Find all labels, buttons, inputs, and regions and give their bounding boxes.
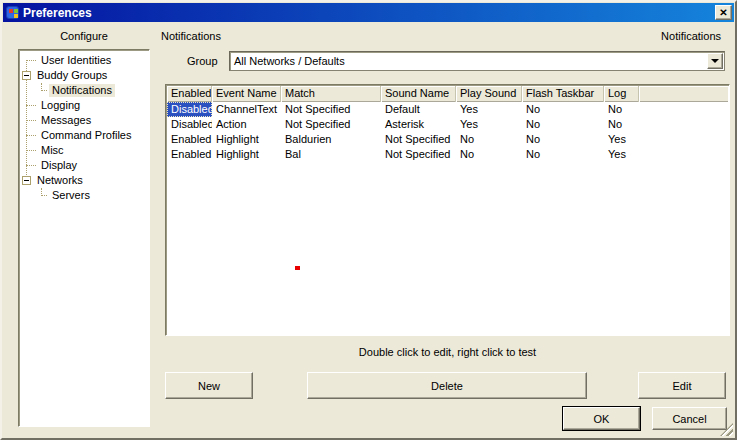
tree-branch-line bbox=[38, 188, 47, 203]
notifications-table: EnabledEvent NameMatchSound NamePlay Sou… bbox=[165, 84, 730, 336]
column-header-flash-taskbar[interactable]: Flash Taskbar bbox=[522, 86, 604, 102]
notifications-heading-right: Notifications bbox=[661, 30, 721, 42]
minus-glyph bbox=[24, 75, 29, 76]
table-cell[interactable]: No bbox=[522, 102, 604, 117]
tree-branch-line bbox=[26, 135, 36, 136]
red-marker bbox=[295, 266, 300, 270]
cancel-button[interactable]: Cancel bbox=[652, 407, 727, 430]
tree-item-label: Messages bbox=[38, 114, 94, 127]
tree-item-logging[interactable]: Logging bbox=[19, 98, 149, 113]
table-cell[interactable]: Enabled bbox=[167, 147, 212, 162]
new-button[interactable]: New bbox=[165, 372, 253, 399]
group-dropdown[interactable]: All Networks / Defaults bbox=[229, 51, 725, 71]
column-header-sound-name[interactable]: Sound Name bbox=[381, 86, 456, 102]
table-row[interactable]: DisabledActionNot SpecifiedAsteriskYesNo… bbox=[167, 117, 728, 132]
minus-glyph bbox=[24, 180, 29, 181]
ok-button[interactable]: OK bbox=[563, 407, 640, 430]
tree-item-buddy-groups[interactable]: Buddy Groups bbox=[19, 68, 149, 83]
table-cell[interactable]: Yes bbox=[456, 117, 522, 132]
column-header-enabled[interactable]: Enabled bbox=[167, 86, 212, 102]
tree-item-label: Display bbox=[38, 159, 80, 172]
listview-body: DisabledChannelTextNot SpecifiedDefaultY… bbox=[167, 102, 728, 162]
tree-branch-line bbox=[26, 105, 36, 106]
app-icon bbox=[6, 6, 19, 19]
chevron-down-icon[interactable] bbox=[707, 53, 723, 69]
table-cell[interactable]: No bbox=[604, 117, 639, 132]
column-header-log[interactable]: Log bbox=[604, 86, 639, 102]
group-dropdown-value: All Networks / Defaults bbox=[234, 55, 345, 67]
tree-item-servers[interactable]: Servers bbox=[19, 188, 149, 203]
delete-button[interactable]: Delete bbox=[307, 372, 587, 399]
table-cell[interactable]: Highlight bbox=[212, 147, 281, 162]
column-header-event-name[interactable]: Event Name bbox=[212, 86, 281, 102]
edit-button[interactable]: Edit bbox=[638, 372, 726, 399]
table-cell[interactable]: No bbox=[456, 147, 522, 162]
table-cell[interactable]: Not Specified bbox=[281, 102, 381, 117]
table-cell[interactable]: No bbox=[522, 132, 604, 147]
group-label: Group bbox=[187, 55, 218, 67]
column-header-filler bbox=[639, 86, 728, 102]
preferences-dialog: Preferences ✕ Configure Notifications No… bbox=[0, 0, 737, 440]
tree-item-display[interactable]: Display bbox=[19, 158, 149, 173]
table-cell[interactable]: Not Specified bbox=[381, 132, 456, 147]
collapse-icon[interactable] bbox=[22, 176, 31, 185]
table-row[interactable]: EnabledHighlightBaldurienNot SpecifiedNo… bbox=[167, 132, 728, 147]
tree-item-networks[interactable]: Networks bbox=[19, 173, 149, 188]
hint-text: Double click to edit, right click to tes… bbox=[165, 346, 730, 358]
tree-item-label: Logging bbox=[38, 99, 83, 112]
table-cell[interactable]: Asterisk bbox=[381, 117, 456, 132]
table-cell[interactable]: Enabled bbox=[167, 132, 212, 147]
table-cell[interactable]: No bbox=[604, 102, 639, 117]
tree-branch-line bbox=[38, 83, 47, 98]
table-cell[interactable]: Yes bbox=[604, 147, 639, 162]
tree-item-misc[interactable]: Misc bbox=[19, 143, 149, 158]
configure-heading: Configure bbox=[18, 30, 150, 42]
tree-item-user-identities[interactable]: User Identities bbox=[19, 53, 149, 68]
tree-item-label: Buddy Groups bbox=[34, 69, 110, 82]
table-row[interactable]: DisabledChannelTextNot SpecifiedDefaultY… bbox=[167, 102, 728, 117]
table-cell[interactable]: Not Specified bbox=[281, 117, 381, 132]
tree-item-command-profiles[interactable]: Command Profiles bbox=[19, 128, 149, 143]
tree-item-messages[interactable]: Messages bbox=[19, 113, 149, 128]
titlebar[interactable]: Preferences ✕ bbox=[3, 3, 734, 22]
tree-item-label: Command Profiles bbox=[38, 129, 134, 142]
tree-branch-line bbox=[26, 150, 36, 151]
table-cell[interactable]: Yes bbox=[604, 132, 639, 147]
column-header-match[interactable]: Match bbox=[281, 86, 381, 102]
table-cell[interactable]: No bbox=[456, 132, 522, 147]
table-cell[interactable]: Highlight bbox=[212, 132, 281, 147]
tree-branch-line bbox=[26, 120, 36, 121]
collapse-icon[interactable] bbox=[22, 71, 31, 80]
window-title: Preferences bbox=[23, 6, 92, 20]
table-cell[interactable]: No bbox=[522, 147, 604, 162]
table-cell[interactable]: Bal bbox=[281, 147, 381, 162]
table-cell[interactable]: Baldurien bbox=[281, 132, 381, 147]
listview-header: EnabledEvent NameMatchSound NamePlay Sou… bbox=[167, 86, 728, 102]
close-icon[interactable]: ✕ bbox=[715, 5, 732, 20]
table-cell[interactable]: Action bbox=[212, 117, 281, 132]
tree-branch-line bbox=[26, 60, 36, 61]
tree-branch-line bbox=[26, 165, 36, 166]
config-tree: User IdentitiesBuddy GroupsNotifications… bbox=[19, 53, 149, 203]
table-cell[interactable]: Not Specified bbox=[381, 147, 456, 162]
tree-item-label: Networks bbox=[34, 174, 86, 187]
tree-item-label: User Identities bbox=[38, 54, 114, 67]
table-cell[interactable]: ChannelText bbox=[212, 102, 281, 117]
table-cell[interactable]: No bbox=[522, 117, 604, 132]
table-cell[interactable]: Default bbox=[381, 102, 456, 117]
table-row[interactable]: EnabledHighlightBalNot SpecifiedNoNoYes bbox=[167, 147, 728, 162]
configure-tree-panel: User IdentitiesBuddy GroupsNotifications… bbox=[18, 49, 150, 427]
column-header-play-sound[interactable]: Play Sound bbox=[456, 86, 522, 102]
tree-item-label: Notifications bbox=[49, 84, 115, 97]
notifications-heading: Notifications bbox=[161, 30, 221, 42]
tree-item-notifications[interactable]: Notifications bbox=[19, 83, 149, 98]
tree-item-label: Misc bbox=[38, 144, 67, 157]
table-cell[interactable]: Yes bbox=[456, 102, 522, 117]
table-cell[interactable]: Disabled bbox=[167, 117, 212, 132]
tree-item-label: Servers bbox=[49, 189, 93, 202]
table-cell[interactable]: Disabled bbox=[167, 102, 212, 117]
